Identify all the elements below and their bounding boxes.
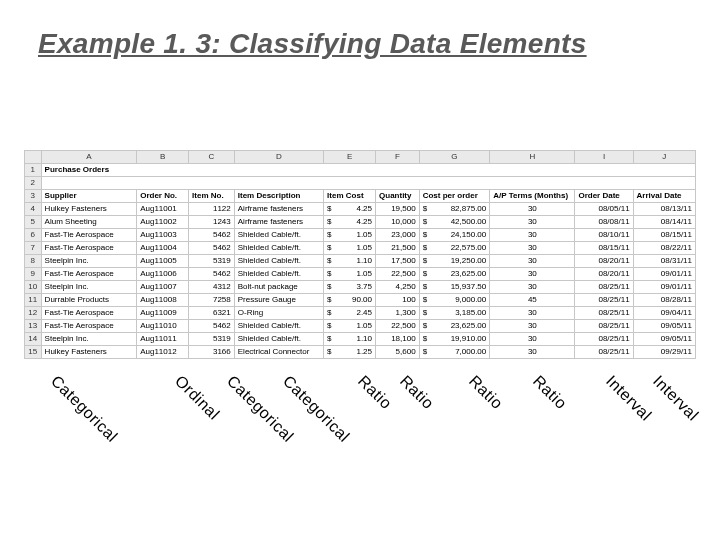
item-no-cell: 1243 (189, 216, 235, 229)
table-row: 15Hulkey FastenersAug110123166Electrical… (25, 346, 696, 359)
column-letter: J (633, 151, 695, 164)
table-row: 9Fast-Tie AerospaceAug110065462Shielded … (25, 268, 696, 281)
order-date-cell: 08/20/11 (575, 268, 633, 281)
item-cost-cell: $90.00 (324, 294, 376, 307)
order-no-cell: Aug11006 (137, 268, 189, 281)
table-row: 11Durrable ProductsAug110087258Pressure … (25, 294, 696, 307)
table-row: 1Purchase Orders (25, 164, 696, 177)
row-number: 15 (25, 346, 42, 359)
arrival-date-cell: 08/13/11 (633, 203, 695, 216)
spreadsheet-table: ABCDEFGHIJ 1Purchase Orders23SupplierOrd… (24, 150, 696, 359)
quantity-cell: 10,000 (376, 216, 420, 229)
item-desc-cell: Airframe fasteners (234, 203, 323, 216)
item-desc-cell: Shielded Cable/ft. (234, 255, 323, 268)
table-row: 2 (25, 177, 696, 190)
order-date-cell: 08/25/11 (575, 346, 633, 359)
table-row: 4Hulkey FastenersAug110011122Airframe fa… (25, 203, 696, 216)
classification-label: Ratio (354, 372, 395, 413)
item-cost-cell: $1.25 (324, 346, 376, 359)
order-date-cell: 08/25/11 (575, 281, 633, 294)
order-no-cell: Aug11001 (137, 203, 189, 216)
item-cost-cell: $3.75 (324, 281, 376, 294)
order-no-cell: Aug11005 (137, 255, 189, 268)
cost-per-order-cell: $15,937.50 (419, 281, 490, 294)
supplier-cell: Alum Sheeting (41, 216, 137, 229)
column-letter-header: ABCDEFGHIJ (25, 151, 696, 164)
cost-per-order-cell: $23,625.00 (419, 320, 490, 333)
order-no-cell: Aug11012 (137, 346, 189, 359)
quantity-cell: 23,000 (376, 229, 420, 242)
row-number: 9 (25, 268, 42, 281)
cost-per-order-cell: $24,150.00 (419, 229, 490, 242)
cost-per-order-cell: $19,250.00 (419, 255, 490, 268)
item-cost-cell: $2.45 (324, 307, 376, 320)
item-cost-cell: $1.05 (324, 242, 376, 255)
row-number: 1 (25, 164, 42, 177)
arrival-date-cell: 09/29/11 (633, 346, 695, 359)
item-no-cell: 5462 (189, 268, 235, 281)
column-header: Order No. (137, 190, 189, 203)
row-number: 7 (25, 242, 42, 255)
quantity-cell: 19,500 (376, 203, 420, 216)
arrival-date-cell: 08/31/11 (633, 255, 695, 268)
row-number: 6 (25, 229, 42, 242)
column-header: Item Description (234, 190, 323, 203)
table-row: 7Fast-Tie AerospaceAug110045462Shielded … (25, 242, 696, 255)
item-desc-cell: Electrical Connector (234, 346, 323, 359)
header-row: 3SupplierOrder No.Item No.Item Descripti… (25, 190, 696, 203)
arrival-date-cell: 08/15/11 (633, 229, 695, 242)
order-date-cell: 08/20/11 (575, 255, 633, 268)
quantity-cell: 22,500 (376, 268, 420, 281)
supplier-cell: Steelpin Inc. (41, 333, 137, 346)
order-date-cell: 08/25/11 (575, 333, 633, 346)
quantity-cell: 1,300 (376, 307, 420, 320)
column-letter: B (137, 151, 189, 164)
row-number: 3 (25, 190, 42, 203)
item-no-cell: 7258 (189, 294, 235, 307)
supplier-cell: Hulkey Fasteners (41, 346, 137, 359)
column-letter: F (376, 151, 420, 164)
order-date-cell: 08/10/11 (575, 229, 633, 242)
supplier-cell: Fast-Tie Aerospace (41, 320, 137, 333)
item-cost-cell: $1.05 (324, 229, 376, 242)
terms-cell: 30 (490, 281, 575, 294)
terms-cell: 30 (490, 333, 575, 346)
cost-per-order-cell: $19,910.00 (419, 333, 490, 346)
order-no-cell: Aug11008 (137, 294, 189, 307)
item-cost-cell: $1.10 (324, 255, 376, 268)
item-no-cell: 5462 (189, 320, 235, 333)
item-no-cell: 3166 (189, 346, 235, 359)
table-row: 13Fast-Tie AerospaceAug110105462Shielded… (25, 320, 696, 333)
item-no-cell: 5319 (189, 333, 235, 346)
order-no-cell: Aug11003 (137, 229, 189, 242)
supplier-cell: Durrable Products (41, 294, 137, 307)
order-date-cell: 08/25/11 (575, 320, 633, 333)
order-date-cell: 08/25/11 (575, 294, 633, 307)
column-header: A/P Terms (Months) (490, 190, 575, 203)
arrival-date-cell: 09/01/11 (633, 281, 695, 294)
column-header: Item No. (189, 190, 235, 203)
terms-cell: 30 (490, 346, 575, 359)
spreadsheet-container: ABCDEFGHIJ 1Purchase Orders23SupplierOrd… (24, 150, 696, 359)
terms-cell: 30 (490, 320, 575, 333)
table-row: 12Fast-Tie AerospaceAug110096321O-Ring$2… (25, 307, 696, 320)
order-no-cell: Aug11011 (137, 333, 189, 346)
quantity-cell: 22,500 (376, 320, 420, 333)
row-number: 4 (25, 203, 42, 216)
column-letter: G (419, 151, 490, 164)
order-date-cell: 08/05/11 (575, 203, 633, 216)
table-row: 5Alum SheetingAug110021243Airframe faste… (25, 216, 696, 229)
arrival-date-cell: 09/01/11 (633, 268, 695, 281)
item-desc-cell: Bolt-nut package (234, 281, 323, 294)
item-no-cell: 6321 (189, 307, 235, 320)
column-letter: A (41, 151, 137, 164)
column-header: Order Date (575, 190, 633, 203)
terms-cell: 30 (490, 229, 575, 242)
cost-per-order-cell: $23,625.00 (419, 268, 490, 281)
item-cost-cell: $4.25 (324, 203, 376, 216)
quantity-cell: 5,600 (376, 346, 420, 359)
item-cost-cell: $1.05 (324, 320, 376, 333)
item-cost-cell: $1.05 (324, 268, 376, 281)
classification-label: Ratio (465, 372, 506, 413)
table-row: 6Fast-Tie AerospaceAug110035462Shielded … (25, 229, 696, 242)
